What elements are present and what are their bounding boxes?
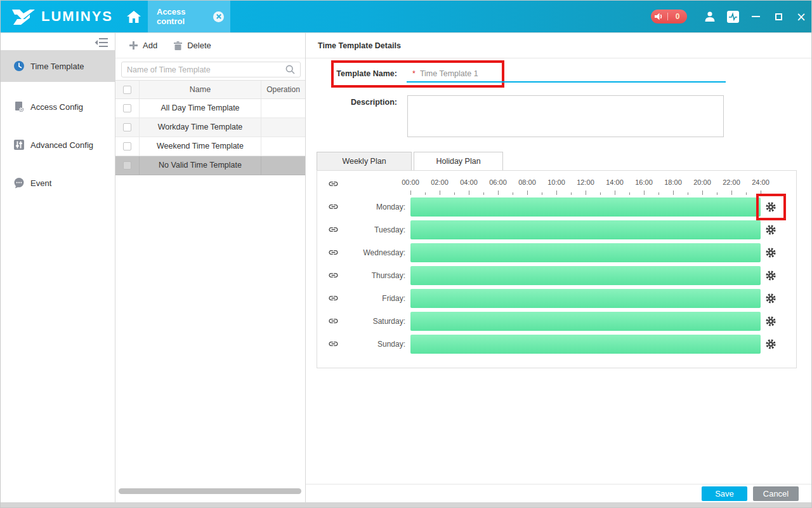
schedule-bar[interactable] [410, 197, 761, 217]
tick-mark [571, 192, 572, 195]
search-input[interactable] [127, 65, 285, 74]
plus-icon [129, 41, 138, 50]
sidebar-collapse-button[interactable] [95, 37, 108, 50]
table-row-selected[interactable]: No Valid Time Template [115, 156, 305, 175]
alarm-badge[interactable]: 0 [651, 10, 687, 23]
template-name-cell: Weekend Time Template [140, 137, 261, 156]
sidebar-item-access-config[interactable]: Access Config [1, 91, 115, 123]
link-day-icon[interactable] [328, 338, 339, 349]
day-row: Friday: [317, 289, 796, 308]
link-day-icon[interactable] [328, 316, 339, 326]
tab-label: Access control [157, 7, 213, 26]
collapse-menu-icon [95, 37, 108, 48]
template-name-input[interactable] [420, 69, 726, 78]
table-row[interactable]: Workday Time Template [115, 118, 305, 137]
gear-icon[interactable] [766, 225, 776, 235]
day-row: Thursday: [317, 266, 796, 285]
tab-weekly-plan[interactable]: Weekly Plan [317, 152, 412, 171]
schedule-bar[interactable] [410, 266, 761, 285]
name-column-header: Name [140, 81, 261, 98]
time-label: 02:00 [427, 178, 452, 186]
gear-icon[interactable] [766, 248, 776, 258]
tab-holiday-plan[interactable]: Holiday Plan [414, 152, 503, 171]
close-icon: × [796, 11, 806, 23]
alarm-count: 0 [668, 12, 687, 21]
tab-close-icon[interactable] [213, 11, 224, 22]
tick-mark [702, 190, 703, 195]
day-row: Monday: [317, 197, 796, 217]
advanced-config-icon [13, 139, 25, 150]
row-checkbox[interactable] [123, 123, 131, 131]
system-monitor-button[interactable] [721, 1, 744, 32]
day-label: Thursday: [343, 266, 405, 285]
sidebar-item-time-template[interactable]: Time Template [1, 50, 115, 82]
home-button[interactable] [121, 1, 147, 32]
table-header-row: Name Operation [115, 80, 305, 99]
link-all-icon[interactable] [328, 178, 339, 189]
schedule-bar[interactable] [410, 335, 761, 354]
table-row[interactable]: All Day Time Template [115, 99, 305, 118]
day-label: Sunday: [343, 335, 405, 354]
gear-icon[interactable] [766, 293, 776, 304]
day-label: Tuesday: [343, 220, 405, 239]
schedule-bar[interactable] [410, 312, 761, 331]
day-row: Sunday: [317, 335, 796, 354]
speaker-icon [651, 13, 667, 20]
time-template-list-panel: Add Delete Name Operation All Day Time T… [115, 32, 306, 502]
tick-mark [556, 190, 557, 195]
link-day-icon[interactable] [328, 247, 339, 258]
access-config-icon [13, 101, 25, 112]
link-day-icon[interactable] [328, 224, 339, 235]
gear-icon[interactable] [766, 339, 776, 349]
sidebar-item-label: Time Template [30, 62, 84, 71]
description-textarea[interactable] [407, 95, 724, 137]
schedule-bar[interactable] [410, 243, 761, 262]
row-checkbox[interactable] [123, 161, 131, 170]
day-row: Tuesday: [317, 220, 796, 239]
user-button[interactable] [698, 1, 721, 32]
link-day-icon[interactable] [328, 293, 339, 304]
save-button[interactable]: Save [702, 486, 747, 501]
select-all-checkbox[interactable] [123, 86, 131, 94]
tick-mark [600, 192, 601, 195]
horizontal-scrollbar[interactable] [119, 488, 301, 494]
time-label: 14:00 [602, 178, 627, 186]
template-name-cell: Workday Time Template [140, 118, 261, 137]
tick-mark [440, 190, 440, 195]
time-label: 04:00 [456, 178, 481, 186]
add-button[interactable]: Add [129, 41, 157, 50]
row-checkbox[interactable] [123, 142, 131, 150]
table-row[interactable]: Weekend Time Template [115, 137, 305, 156]
schedule-bar[interactable] [410, 289, 761, 308]
gear-icon[interactable] [766, 316, 776, 326]
search-icon[interactable] [285, 65, 295, 74]
tab-access-control[interactable]: Access control [148, 1, 230, 32]
window-maximize-button[interactable] [767, 1, 790, 32]
link-day-icon[interactable] [328, 270, 339, 281]
description-label: Description: [351, 98, 391, 107]
tick-mark [483, 192, 484, 195]
tick-mark [410, 190, 411, 195]
sidebar-item-advanced-config[interactable]: Advanced Config [1, 129, 115, 161]
schedule-bar[interactable] [410, 220, 761, 239]
home-icon [127, 11, 141, 23]
window-minimize-button[interactable] [744, 1, 767, 32]
window-close-button[interactable]: × [790, 1, 812, 32]
brand-name: LUMINYS [41, 8, 113, 25]
gear-icon[interactable] [766, 271, 776, 281]
delete-button-label: Delete [187, 41, 211, 50]
tick-mark [586, 190, 586, 195]
tick-mark [658, 192, 659, 195]
row-checkbox[interactable] [123, 104, 131, 112]
link-day-icon[interactable] [328, 201, 339, 212]
cancel-button[interactable]: Cancel [753, 486, 799, 501]
day-label: Friday: [343, 289, 405, 308]
tick-mark [688, 192, 688, 195]
template-table: Name Operation All Day Time Template Wor… [115, 80, 305, 175]
tick-mark [673, 190, 674, 195]
sidebar-item-event[interactable]: Event [1, 167, 115, 199]
tick-mark [615, 190, 615, 195]
template-name-cell: All Day Time Template [140, 99, 261, 117]
clock-icon [13, 60, 25, 72]
delete-button[interactable]: Delete [174, 41, 211, 50]
